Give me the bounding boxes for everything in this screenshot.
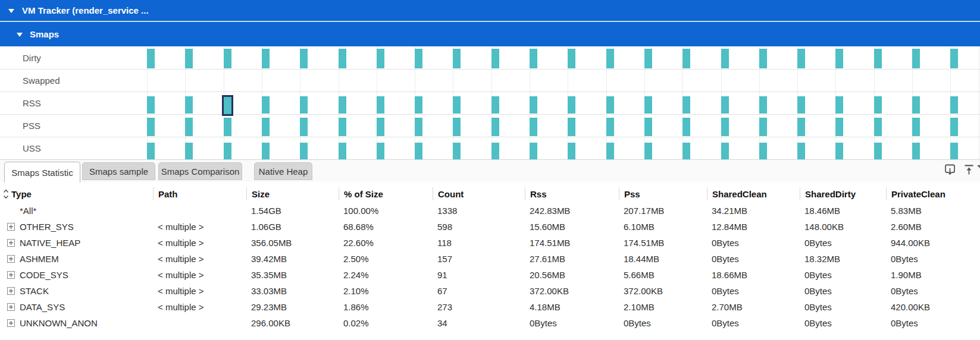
chart-bar[interactable] (377, 143, 384, 159)
chart-bar[interactable] (262, 96, 270, 114)
chart-bar[interactable] (568, 49, 575, 68)
chart-bar[interactable] (759, 118, 767, 136)
table-row[interactable]: OTHER_SYS< multiple >1.06GB68.68%59815.6… (0, 219, 980, 235)
expand-icon[interactable] (7, 239, 15, 247)
chart-bar[interactable] (644, 118, 652, 136)
chart-bar[interactable] (797, 118, 805, 136)
chart-bar[interactable] (224, 143, 231, 159)
scroll-to-top-icon[interactable] (963, 163, 975, 176)
chart-bar[interactable] (300, 118, 308, 136)
chart-bar[interactable] (262, 118, 270, 136)
chart-bar[interactable] (874, 96, 882, 114)
column-header-size[interactable]: Size (246, 187, 339, 200)
chart-bar[interactable] (797, 49, 805, 68)
column-header--of-size[interactable]: % of Size (339, 187, 433, 200)
chart-bar[interactable] (339, 143, 346, 159)
clipped-edge-icon[interactable] (977, 165, 980, 174)
chart-bar[interactable] (339, 96, 346, 114)
chart-bar[interactable] (224, 118, 231, 136)
column-header-path[interactable]: Path (153, 187, 246, 200)
chart-bar[interactable] (185, 118, 193, 136)
table-row[interactable]: NATIVE_HEAP< multiple >356.05MB22.60%118… (0, 235, 980, 251)
chart-bar[interactable] (453, 96, 461, 114)
table-row[interactable]: *All*1.54GB100.00%1338242.83MB207.17MB34… (0, 203, 980, 219)
expand-icon[interactable] (7, 287, 15, 295)
chart-bar[interactable] (874, 118, 882, 136)
chart-bar[interactable] (491, 143, 499, 159)
export-down-icon[interactable] (944, 163, 956, 176)
selected-bar[interactable] (222, 95, 233, 116)
chart-bar[interactable] (950, 143, 958, 159)
chart-bar[interactable] (835, 143, 843, 159)
chart-bar[interactable] (530, 118, 537, 136)
chart-bar[interactable] (835, 118, 843, 136)
chart-bar[interactable] (339, 118, 346, 136)
tab-smaps-sample[interactable]: Smaps sample (82, 162, 155, 180)
chart-bar[interactable] (300, 143, 308, 159)
column-header-type[interactable]: Type (0, 187, 153, 200)
chart-bar[interactable] (147, 49, 155, 68)
chart-bar[interactable] (606, 143, 614, 159)
column-header-sharedclean[interactable]: SharedClean (707, 187, 800, 200)
chart-bar[interactable] (721, 96, 729, 114)
table-row[interactable]: STACK< multiple >33.03MB2.10%67372.00KB3… (0, 283, 980, 299)
chart-bar[interactable] (568, 118, 575, 136)
expand-icon[interactable] (7, 319, 15, 327)
chart-bar[interactable] (147, 118, 155, 136)
chart-bar[interactable] (453, 143, 461, 159)
chart-bar[interactable] (147, 143, 155, 159)
column-header-rss[interactable]: Rss (525, 187, 619, 200)
tab-native-heap[interactable]: Native Heap (254, 162, 312, 180)
chart-bar[interactable] (950, 96, 958, 114)
chart-bar[interactable] (721, 118, 729, 136)
chart-bar[interactable] (491, 118, 499, 136)
chart-bar[interactable] (415, 143, 422, 159)
chart-bar[interactable] (262, 143, 270, 159)
tab-smaps-comparison[interactable]: Smaps Comparison (158, 162, 242, 180)
chart-bar[interactable] (491, 49, 499, 68)
chart-bar[interactable] (721, 143, 729, 159)
chart-bar[interactable] (797, 96, 805, 114)
table-row[interactable]: DATA_SYS< multiple >29.23MB1.86%2734.18M… (0, 299, 980, 315)
chart-bar[interactable] (415, 118, 422, 136)
expand-icon[interactable] (7, 223, 15, 231)
chart-bar[interactable] (262, 49, 270, 68)
chart-bar[interactable] (912, 96, 920, 114)
chart-bar[interactable] (835, 49, 843, 68)
column-header-privateclean[interactable]: PrivateClean (886, 187, 980, 200)
chart-bar[interactable] (950, 49, 958, 68)
chart-bar[interactable] (530, 96, 537, 114)
chart-bar[interactable] (530, 143, 537, 159)
chart-bar[interactable] (912, 143, 920, 159)
chart-bar[interactable] (224, 49, 231, 68)
chart-bar[interactable] (453, 49, 461, 68)
chart-bar[interactable] (759, 49, 767, 68)
chart-bar[interactable] (377, 118, 384, 136)
chart-bar[interactable] (415, 96, 422, 114)
chart-bar[interactable] (568, 96, 575, 114)
chart-bar[interactable] (300, 49, 308, 68)
column-header-shareddirty[interactable]: SharedDirty (800, 187, 886, 200)
chart-bar[interactable] (185, 96, 193, 114)
table-row[interactable]: ASHMEM< multiple >39.42MB2.50%15727.61MB… (0, 251, 980, 267)
chart-bar[interactable] (568, 143, 575, 159)
chart-bar[interactable] (874, 49, 882, 68)
section-header-vm-tracker[interactable]: VM Tracker (render_service ... (0, 0, 980, 22)
chart-bar[interactable] (835, 96, 843, 114)
chart-bar[interactable] (950, 118, 958, 136)
chart-bar[interactable] (644, 49, 652, 68)
chart-bar[interactable] (682, 143, 690, 159)
tab-smaps-statistic[interactable]: Smaps Statistic (4, 162, 80, 182)
chart-bar[interactable] (606, 96, 614, 114)
collapse-arrow-icon[interactable] (8, 8, 14, 13)
section-header-smaps[interactable]: Smaps (0, 22, 980, 46)
chart-bar[interactable] (874, 143, 882, 159)
table-row[interactable]: CODE_SYS< multiple >35.35MB2.24%9120.56M… (0, 267, 980, 283)
chart-bar[interactable] (644, 96, 652, 114)
chart-bar[interactable] (759, 96, 767, 114)
chart-bar[interactable] (682, 49, 690, 68)
chart-bar[interactable] (912, 49, 920, 68)
chart-bar[interactable] (912, 118, 920, 136)
collapse-arrow-icon[interactable] (17, 32, 23, 37)
chart-bar[interactable] (682, 118, 690, 136)
